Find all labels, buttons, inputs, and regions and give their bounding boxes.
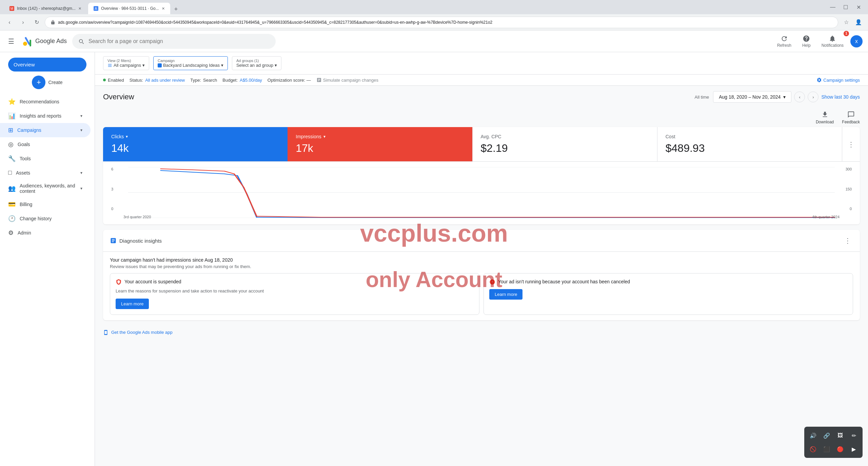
insights-chevron-icon: ▾ (80, 114, 82, 118)
gmail-tab-close[interactable]: ✕ (78, 6, 81, 11)
adgroups-filter-chip[interactable]: Ad groups (1) Select an ad group ▾ (232, 56, 281, 70)
refresh-icon (781, 35, 788, 42)
type-status: Type: Search (190, 78, 217, 83)
insights-more-button[interactable]: ⋮ (842, 235, 853, 246)
cost-metric-card[interactable]: Cost $489.93 (657, 127, 842, 161)
toolbar-record-button[interactable]: 🔴 (834, 443, 846, 455)
sidebar-item-tools-left: 🔧 Tools (8, 155, 31, 162)
filters-bar: View (2 filters) All campaigns ▾ Campaig… (95, 52, 868, 75)
maximize-button[interactable]: ☐ (840, 2, 851, 13)
back-button[interactable]: ‹ (4, 17, 15, 28)
toolbar-image-button[interactable]: 🖼 (834, 429, 846, 442)
toolbar-edit-button[interactable]: ✏ (848, 429, 860, 442)
sidebar-item-change-history[interactable]: 🕐 Change history (0, 211, 91, 226)
minimize-button[interactable]: — (827, 2, 838, 13)
reload-button[interactable]: ↻ (31, 17, 42, 28)
impressions-metric-card[interactable]: Impressions ▾ 17k (288, 127, 472, 161)
chart-x-axis: 3rd quarter 2020 4th quarter 2024 (123, 215, 840, 219)
date-range-selector[interactable]: Aug 18, 2020 – Nov 20, 2024 ▾ (713, 91, 791, 103)
campaign-not-serving-text: Your campaign hasn't had impressions sin… (110, 257, 853, 263)
toolbar-audio-button[interactable]: 🔊 (807, 429, 819, 442)
sidebar-item-insights-left: 📊 Insights and reports (8, 112, 61, 120)
enabled-status: Enabled (103, 78, 124, 83)
enabled-label: Enabled (108, 78, 124, 83)
gmail-tab[interactable]: M Inbox (142) - xhereophaz@gm... ✕ (4, 3, 87, 14)
avg-cpc-metric-value: $2.19 (481, 142, 649, 155)
create-button[interactable]: + (32, 76, 45, 89)
sidebar-item-admin[interactable]: ⚙ Admin (0, 226, 91, 240)
y-right-mid: 150 (846, 187, 852, 191)
date-next-button[interactable]: › (808, 92, 818, 102)
address-input[interactable]: ads.google.com/aw/overview?campaignId=10… (45, 17, 838, 28)
forward-button[interactable]: › (18, 17, 28, 28)
toolbar-block-button[interactable]: 🚫 (807, 443, 819, 455)
goals-icon: ◎ (8, 141, 14, 148)
googleads-tab[interactable]: A Overview · 984-531-3011 · Go... ✕ (88, 3, 170, 14)
notifications-icon (829, 35, 836, 42)
search-input[interactable] (88, 38, 270, 44)
avg-cpc-metric-card[interactable]: Avg. CPC $2.19 (473, 127, 657, 161)
toolbar-link-button[interactable]: 🔗 (821, 429, 833, 442)
show-last-days-link[interactable]: Show last 30 days (821, 94, 860, 100)
download-button[interactable]: Download (816, 111, 834, 124)
google-ads-logo: Google Ads (22, 36, 67, 46)
sidebar-item-assets[interactable]: □ Assets ▾ (0, 166, 91, 180)
optimization-label: Optimization score: — (268, 78, 311, 83)
googleads-tab-close[interactable]: ✕ (162, 6, 165, 11)
browser-actions: ☆ 👤 (841, 17, 864, 28)
date-prev-button[interactable]: ‹ (794, 92, 805, 102)
budget-value[interactable]: A$5.00/day (240, 78, 262, 83)
sidebar-item-tools[interactable]: 🔧 Tools (0, 151, 91, 166)
bookmarks-button[interactable]: ☆ (841, 17, 852, 28)
help-icon (803, 35, 810, 42)
mobile-app-banner[interactable]: Get the Google Ads mobile app (95, 326, 868, 343)
issue1-action-button[interactable]: Learn more (116, 299, 149, 309)
issue-cards: Your account is suspended Learn the reas… (110, 273, 853, 315)
help-button[interactable]: Help (798, 32, 815, 50)
campaign-filter-chip[interactable]: Campaign Backyard Landscaping Ideas ▾ (153, 56, 228, 70)
gmail-tab-title: Inbox (142) - xhereophaz@gm... (17, 6, 76, 11)
issue2-action-button[interactable]: Learn more (489, 289, 522, 300)
sidebar-item-billing[interactable]: 💳 Billing (0, 197, 91, 211)
x-label-right: 4th quarter 2024 (812, 215, 840, 219)
more-metrics-button[interactable]: ⋮ (842, 127, 860, 161)
clicks-metric-label: Clicks ▾ (111, 134, 279, 139)
feedback-button[interactable]: Feedback (842, 111, 860, 124)
sidebar-item-campaigns[interactable]: ⊞ Campaigns ▾ (0, 123, 91, 137)
sidebar-item-recommendations[interactable]: ⭐ Recommendations (0, 95, 91, 109)
new-tab-button[interactable]: + (172, 4, 181, 14)
sidebar-item-admin-left: ⚙ Admin (8, 229, 31, 237)
create-btn-container: + Create (0, 74, 95, 92)
sidebar-item-audiences[interactable]: 👥 Audiences, keywords, and content ▾ (0, 180, 91, 197)
issue1-icon (116, 279, 122, 285)
profile-button[interactable]: 👤 (853, 17, 864, 28)
chart-y-axis-right: 300 150 0 (846, 167, 852, 211)
status-value[interactable]: All ads under review (145, 78, 185, 83)
date-range-controls: All time Aug 18, 2020 – Nov 20, 2024 ▾ ‹… (695, 91, 860, 103)
google-ads-logo-icon (22, 36, 33, 46)
status-review: Status: All ads under review (130, 78, 185, 83)
svg-rect-5 (108, 66, 112, 66)
chart-y-axis-left: 6 3 0 (111, 167, 113, 211)
clicks-metric-card[interactable]: Clicks ▾ 14k (103, 127, 288, 161)
close-window-button[interactable]: ✕ (853, 2, 864, 13)
notifications-button[interactable]: 1 Notifications (817, 32, 848, 50)
svg-point-0 (23, 42, 27, 46)
sidebar-item-insights[interactable]: 📊 Insights and reports ▾ (0, 109, 91, 123)
toolbar-play-button[interactable]: ▶ (848, 443, 860, 455)
toolbar-dark-button[interactable]: ⬛ (821, 443, 833, 455)
googleads-favicon: A (94, 6, 98, 11)
overview-button[interactable]: Overview (8, 58, 86, 72)
refresh-button[interactable]: Refresh (773, 32, 795, 50)
sidebar-item-goals[interactable]: ◎ Goals (0, 137, 91, 151)
hamburger-button[interactable]: ☰ (5, 35, 17, 48)
floating-toolbar: 🔊 🔗 🖼 ✏ 🚫 ⬛ 🔴 ▶ (804, 427, 863, 458)
audiences-icon: 👥 (8, 185, 16, 192)
campaign-settings-link[interactable]: Campaign settings (816, 77, 860, 83)
insights-body: Your campaign hasn't had impressions sin… (103, 252, 860, 320)
issue1-desc: Learn the reasons for suspension and tak… (116, 288, 474, 295)
view-filter-chip[interactable]: View (2 filters) All campaigns ▾ (103, 56, 149, 70)
date-range-dropdown-icon: ▾ (783, 94, 786, 100)
search-bar[interactable] (72, 34, 276, 49)
account-button[interactable]: x (850, 35, 863, 47)
